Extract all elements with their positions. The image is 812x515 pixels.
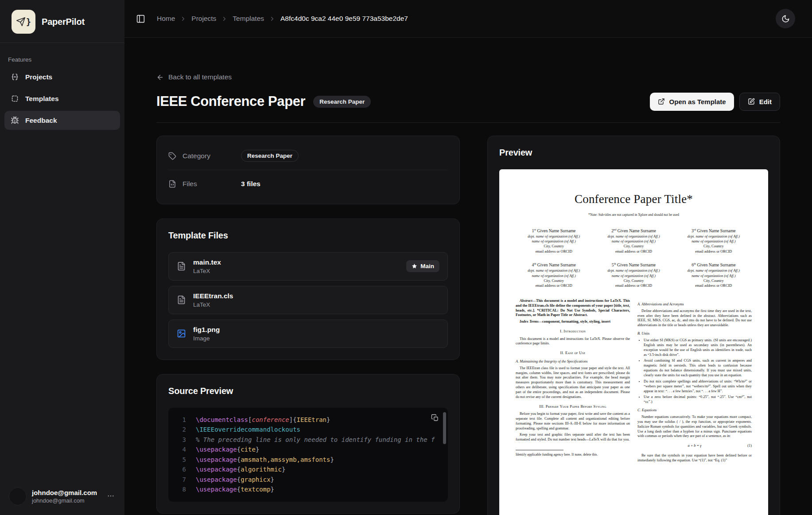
code-line-number: 8 [168, 484, 196, 495]
preview-title: Preview [499, 148, 768, 158]
file-icon [168, 180, 176, 188]
code-line-number: 6 [168, 464, 196, 475]
paper-author-line: email address or ORCID [516, 249, 592, 254]
panel-left-icon [136, 14, 145, 23]
paper-bullet: Use a zero before decimal points: “0.25”… [644, 395, 752, 405]
paper-lead: Abstract—This document is a model and in… [516, 299, 630, 318]
page-actions: Open as Template Edit [650, 93, 780, 111]
tag-icon [168, 152, 176, 160]
paper-subheading: C. Equations [637, 408, 752, 413]
paper-plane-icon [16, 17, 26, 27]
topbar: HomeProjectsTemplatesA8fc4d0c 9ca2 44e0 … [124, 0, 812, 38]
files-row: Files 3 files [168, 170, 448, 198]
copy-code-button[interactable] [431, 414, 439, 423]
edit-button[interactable]: Edit [739, 93, 780, 111]
code-scrollbar-thumb[interactable] [443, 412, 446, 444]
back-link[interactable]: Back to all templates [156, 73, 232, 81]
open-as-template-button[interactable]: Open as Template [650, 93, 734, 111]
brand-icon-slot [16, 17, 26, 27]
app-root: } PaperPilot Features ProjectsTemplatesF… [0, 0, 812, 515]
paper-heading: II. Ease of Use [516, 351, 630, 356]
file-row[interactable]: main.texLaTeXMain [168, 252, 448, 281]
file-type: LaTeX [193, 268, 399, 274]
info-card: Category Research Paper Files 3 files [156, 136, 460, 204]
title-divider [156, 122, 780, 123]
paper-preview: Conference Paper Title* *Note: Sub-title… [499, 169, 768, 515]
category-row: Category Research Paper [168, 142, 448, 170]
paper-author-line: City, Country [676, 244, 752, 249]
sidebar: } PaperPilot Features ProjectsTemplatesF… [0, 0, 124, 515]
image-icon [177, 329, 186, 338]
paper-author: 6th Given Name Surnamedept. name of orga… [676, 262, 752, 288]
paper-subheading: A. Maintaining the Integrity of the Spec… [516, 359, 630, 364]
paper-author-line: City, Country [676, 278, 752, 283]
breadcrumb-item[interactable]: Projects [191, 15, 216, 23]
user-menu-button[interactable] [105, 490, 117, 503]
paper-subheading: A. Abbreviations and Acronyms [637, 302, 752, 307]
category-value-badge: Research Paper [241, 150, 299, 162]
paper-body: Abstract—This document is a model and in… [516, 299, 752, 464]
file-row[interactable]: IEEEtran.clsLaTeX [168, 286, 448, 314]
sidebar-toggle-button[interactable] [136, 14, 145, 23]
breadcrumb-item[interactable]: Templates [233, 15, 264, 23]
paper-author-line: City, Country [595, 244, 672, 249]
theme-toggle-button[interactable] [776, 9, 795, 28]
paper-author-line: email address or ORCID [676, 283, 752, 288]
brand[interactable]: } PaperPilot [0, 0, 124, 43]
breadcrumb: HomeProjectsTemplatesA8fc4d0c 9ca2 44e0 … [157, 15, 764, 23]
sidebar-item-templates[interactable]: Templates [4, 89, 120, 108]
code-line-number: 3 [168, 435, 196, 445]
file-name: IEEEtran.cls [193, 292, 439, 300]
sidebar-item-feedback[interactable]: Feedback [4, 111, 120, 130]
user-row: johndoe@gmail.com johndoe@gmail.com [0, 480, 124, 515]
paper-author-line: dept. name of organization (of Aff.) [676, 234, 752, 239]
file-row[interactable]: fig1.pngImage [168, 320, 448, 348]
page-title: IEEE Conference Paper [156, 94, 305, 109]
content-grid: Category Research Paper Files 3 files Te… [156, 136, 780, 515]
code-line: 5\usepackage{amsmath,amssymb,amsfonts} [168, 455, 436, 465]
open-as-template-label: Open as Template [669, 98, 726, 105]
file-meta: fig1.pngImage [193, 326, 439, 342]
paper-para: Be sure that the symbols in your equatio… [637, 453, 752, 463]
code-line: 7\usepackage{graphicx} [168, 475, 436, 485]
back-icon-slot [156, 74, 164, 81]
template-files-card: Template Files main.texLaTeXMainIEEEtran… [156, 218, 460, 360]
paper-equation: a + b = γ(1) [637, 444, 752, 449]
brand-glyph: } [26, 17, 31, 27]
code-line-text: \documentclass[conference]{IEEEtran} [196, 415, 330, 425]
paper-author-line: email address or ORCID [676, 249, 752, 254]
sidebar-item-projects[interactable]: Projects [4, 67, 120, 86]
user-email: johndoe@gmail.com [32, 497, 100, 504]
preview-card: Preview Conference Paper Title* *Note: S… [487, 136, 780, 515]
paper-note: *Note: Sub-titles are not captured in Xp… [516, 213, 752, 217]
paper-author-line: name of organization (of Aff.) [516, 239, 592, 244]
nav-section-label: Features [8, 56, 117, 63]
code-line-text: \usepackage{algorithmic} [196, 464, 285, 475]
chevron-right-icon [180, 16, 186, 22]
bug-icon [11, 116, 19, 125]
paper-para: Define abbreviations and acronyms the fi… [637, 309, 752, 328]
breadcrumb-item[interactable]: Home [157, 15, 175, 23]
paper-para: The IEEEtran class file is used to forma… [516, 366, 630, 400]
paper-column-right: A. Abbreviations and AcronymsDefine abbr… [637, 299, 752, 464]
file-name: main.tex [193, 258, 399, 266]
paper-bullet: Use either SI (MKS) or CGS as primary un… [644, 338, 752, 357]
file-type: LaTeX [193, 301, 439, 308]
back-link-label: Back to all templates [168, 73, 232, 81]
file-text-icon [177, 295, 186, 304]
code-lines: 1\documentclass[conference]{IEEEtran}2\I… [168, 415, 436, 495]
file-name: fig1.png [193, 326, 439, 334]
paper-heading: III. Prepare Your Paper Before Styling [516, 404, 630, 410]
paper-author: 4th Given Name Surnamedept. name of orga… [516, 262, 592, 288]
code-line-number: 5 [168, 455, 196, 465]
paper-author-name: 4th Given Name Surname [516, 262, 592, 267]
paper-author-name: 6th Given Name Surname [676, 262, 752, 267]
paper-author-line: dept. name of organization (of Aff.) [595, 268, 672, 273]
ellipsis-icon [107, 492, 115, 500]
right-column: Preview Conference Paper Title* *Note: S… [487, 136, 780, 515]
paper-author: 3rd Given Name Surnamedept. name of orga… [676, 228, 752, 254]
sidebar-item-label: Feedback [25, 117, 57, 125]
paper-author-line: email address or ORCID [595, 283, 672, 288]
edit-label: Edit [759, 98, 772, 105]
open-icon-slot [658, 98, 665, 105]
